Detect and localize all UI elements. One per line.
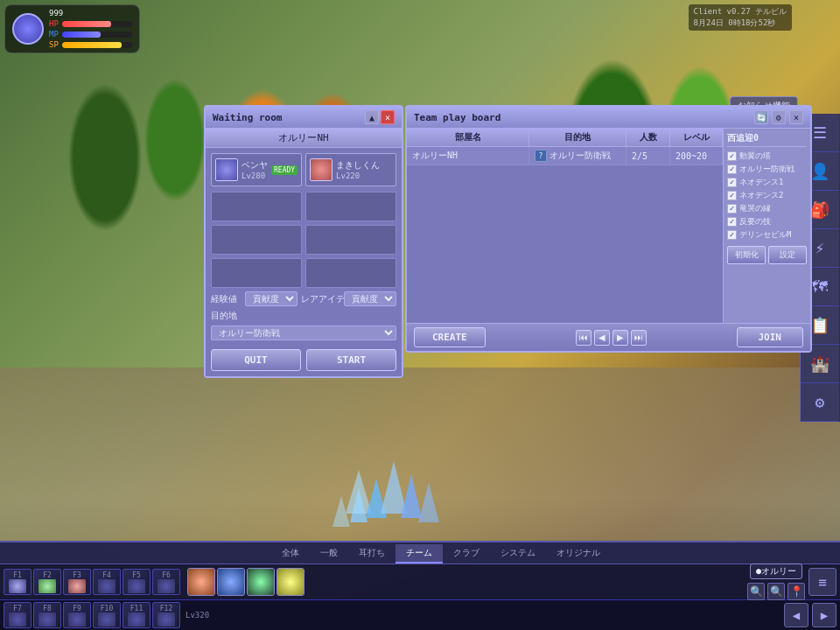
nav-last[interactable]: ⏭ [631,330,647,346]
hotkey-f10[interactable]: F10 [93,602,121,628]
filter-reset-button[interactable]: 初期化 [727,246,766,264]
empty-slot-3 [305,192,396,221]
hotkey-f1[interactable]: F1 [4,569,32,595]
player-level-0: Lv280 [242,172,268,180]
minimap-zoom-in[interactable]: 🔍 [767,583,785,600]
team-board-close[interactable]: × [789,110,803,124]
player-slot-1: まきしくん Lv220 [305,153,396,186]
sp-label: SP [49,40,60,49]
hotkey-f2[interactable]: F2 [33,569,61,595]
hotkey-f2-img [38,579,56,593]
hotkey-f9[interactable]: F9 [63,602,91,628]
hotkey-f12-img [158,612,175,626]
waiting-room-buttons: QUIT START [211,349,396,371]
nav-prev[interactable]: ◀ [594,330,610,346]
scroll-right-btn[interactable]: ▶ [812,603,836,627]
hotkey-f7[interactable]: F7 [4,602,32,628]
hotkey-f1-f6: F1 F2 F3 F4 F5 F6 [4,569,180,595]
sp-bar-row: SP [49,40,132,49]
hotkey-f4-label: F4 [102,571,111,579]
char-icon-0[interactable] [187,568,215,596]
chat-tab-all[interactable]: 全体 [271,544,310,564]
filter-checkbox-6[interactable]: ✓ [727,230,737,240]
filter-buttons: 初期化 設定 [727,246,807,264]
hp-label: HP [49,19,60,28]
char-icon-2[interactable] [247,568,275,596]
hotkey-f6[interactable]: F6 [152,569,180,595]
waiting-room-panel: Waiting room ▲ × オルリーNH ベンヤ Lv280 READY … [204,105,403,378]
filter-checkbox-2[interactable]: ✓ [727,178,737,187]
char-icon-1[interactable] [217,568,245,596]
mp-bar-bg [62,32,132,38]
hotkey-f10-img [98,612,116,626]
filter-item-4: ✓ 竜哭の縁 [727,203,807,214]
hotkey-f9-label: F9 [73,605,81,612]
ready-badge-0: READY [271,165,298,175]
waiting-room-close[interactable]: × [381,110,395,124]
scroll-left-btn[interactable]: ◀ [784,603,808,627]
join-room-button[interactable]: JOIN [737,327,804,347]
char-icon-3[interactable] [276,568,304,596]
config-purpose-row: 目的地 [211,310,396,322]
team-board-bottom: CREATE ⏮ ◀ ▶ ⏭ JOIN [407,323,810,351]
empty-slot-7 [305,258,396,288]
hotkey-f8[interactable]: F8 [33,602,61,628]
question-icon: ? [535,150,547,162]
hotkey-f1-label: F1 [13,571,22,579]
filter-settings-button[interactable]: 設定 [768,246,807,264]
cell-room-name: オルリーNH [407,147,529,164]
hotkey-f12[interactable]: F12 [152,602,180,628]
sp-bar-fill [62,42,122,48]
chat-tab-team[interactable]: チーム [396,544,443,564]
room-name-header: オルリーNH [206,129,402,148]
chat-tab-general[interactable]: 一般 [310,544,348,564]
nav-next[interactable]: ▶ [612,330,628,346]
client-version: Client v0.27 テルビル [694,6,787,18]
exp-select[interactable]: 貢献度 [245,291,298,306]
team-board-titlebar: Team play board 🔄 ⚙ × [407,107,810,129]
table-row[interactable]: オルリーNH ? オルリー防衛戦 2/5 200~20 [407,147,723,165]
empty-slot-6 [211,258,302,288]
team-board-title: Team play board [414,112,500,123]
filter-checkbox-0[interactable]: ✓ [727,151,737,161]
filter-checkbox-1[interactable]: ✓ [727,164,737,174]
filter-checkbox-4[interactable]: ✓ [727,204,737,214]
sidebar-icon-settings[interactable]: ⚙ [801,383,839,422]
empty-slot-5 [305,225,396,255]
header-level: レベル [670,129,723,146]
hotkey-f4[interactable]: F4 [93,569,121,595]
purpose-select[interactable]: オルリー防衛戦 [211,326,396,340]
player-name-0: ベンヤ [242,159,268,172]
minimap-zoom-out[interactable]: 🔍 [747,583,765,600]
filter-title: 西追迎0 [727,132,807,147]
scroll-controls: ◀ ▶ [784,602,836,628]
player-avatar-0 [215,158,238,181]
start-button[interactable]: START [306,349,396,371]
team-board-settings[interactable]: ⚙ [772,110,786,124]
filter-checkbox-3[interactable]: ✓ [727,191,737,200]
exp-label: 経験値 [211,293,242,305]
team-board-refresh[interactable]: 🔄 [754,110,768,124]
rare-select[interactable]: 貢献度 [344,291,396,306]
create-room-button[interactable]: CREATE [414,327,486,347]
chat-tab-system[interactable]: システム [490,544,546,564]
menu-button[interactable]: ≡ [808,568,836,596]
hotkey-f11[interactable]: F11 [122,602,150,628]
chat-tab-original[interactable]: オリジナル [546,544,611,564]
nav-first[interactable]: ⏮ [576,330,592,346]
waiting-room-title: Waiting room [213,112,282,123]
hp-bar-fill [62,21,111,27]
minimap-toggle[interactable]: 📍 [788,583,805,600]
purpose-label: 目的地 [211,310,242,322]
hotkey-f11-img [128,612,145,626]
header-purpose: 目的地 [529,129,626,146]
chat-tab-whisper[interactable]: 耳打ち [348,544,396,564]
filter-checkbox-5[interactable]: ✓ [727,217,737,227]
filter-item-3: ✓ ネオデンス2 [727,190,807,201]
hotkey-f3[interactable]: F3 [63,569,91,595]
hotkey-f5[interactable]: F5 [122,569,150,595]
quit-button[interactable]: QUIT [211,349,301,371]
chat-tab-club[interactable]: クラブ [443,544,490,564]
empty-slots-row-3 [211,258,396,288]
waiting-room-minimize[interactable]: ▲ [365,110,379,124]
